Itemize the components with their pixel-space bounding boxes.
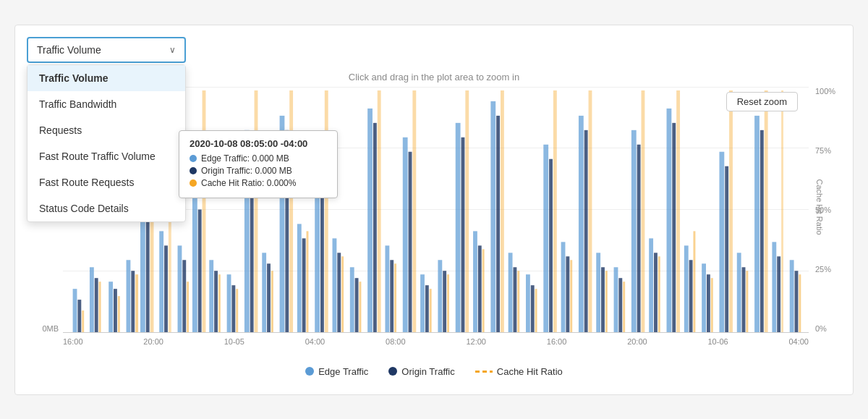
x-axis-tick: 20:00 (627, 337, 647, 346)
svg-rect-68 (465, 90, 469, 331)
x-axis-tick: 10-06 (707, 337, 728, 346)
y-axis-right-tick: 25% (815, 265, 831, 274)
svg-rect-99 (649, 238, 653, 332)
svg-rect-62 (430, 289, 432, 332)
svg-rect-98 (642, 90, 645, 331)
svg-rect-54 (385, 245, 389, 332)
svg-rect-61 (425, 285, 429, 332)
svg-rect-53 (378, 90, 381, 331)
svg-rect-125 (799, 274, 801, 332)
metric-dropdown-wrapper: Traffic Volume ∨ Traffic VolumeTraffic B… (27, 37, 186, 63)
svg-rect-78 (526, 274, 530, 332)
svg-rect-94 (618, 278, 622, 332)
x-axis-tick: 10-05 (224, 337, 244, 346)
svg-rect-122 (781, 90, 783, 331)
x-axis-tick: 16:00 (547, 337, 567, 346)
svg-rect-47 (341, 256, 344, 332)
x-axis-tick: 08:00 (386, 337, 406, 346)
y-axis-right: 100%75%50%25%0% (812, 87, 841, 333)
svg-rect-100 (654, 253, 658, 332)
svg-rect-102 (667, 108, 672, 331)
svg-rect-5 (99, 282, 101, 332)
svg-rect-116 (746, 271, 748, 332)
svg-rect-20 (187, 282, 189, 332)
svg-rect-101 (658, 256, 660, 332)
svg-rect-7 (114, 289, 117, 332)
svg-rect-111 (719, 151, 724, 331)
svg-rect-49 (355, 278, 359, 332)
svg-rect-39 (297, 224, 302, 332)
dropdown-item-traffic-bandwidth[interactable]: Traffic Bandwidth (27, 91, 185, 117)
svg-rect-58 (409, 151, 412, 331)
svg-rect-70 (478, 245, 482, 332)
dropdown-item-fast-route-traffic-volume[interactable]: Fast Route Traffic Volume (27, 143, 185, 169)
svg-rect-109 (707, 274, 710, 332)
svg-rect-6 (109, 282, 113, 332)
svg-rect-63 (438, 260, 442, 332)
svg-rect-26 (218, 274, 221, 332)
svg-rect-123 (790, 260, 794, 332)
dropdown-item-traffic-volume[interactable]: Traffic Volume (27, 65, 185, 91)
x-axis-tick: 04:00 (788, 337, 809, 346)
tooltip-title: 2020-10-08 08:05:00 -04:00 (190, 138, 327, 149)
legend-dot-origin (388, 367, 397, 376)
svg-rect-105 (684, 245, 689, 332)
tooltip-dot-cache (190, 179, 197, 187)
svg-rect-104 (676, 90, 680, 331)
dropdown-item-status-code-details[interactable]: Status Code Details (27, 195, 185, 221)
legend-label-edge: Edge Traffic (318, 366, 368, 377)
svg-rect-124 (795, 271, 799, 332)
y-axis-right-tick: 0% (815, 324, 827, 333)
svg-rect-10 (131, 271, 135, 332)
svg-rect-96 (631, 130, 637, 331)
svg-rect-29 (236, 289, 238, 332)
svg-rect-38 (289, 90, 293, 331)
svg-rect-23 (203, 90, 206, 331)
tooltip-row-origin: Origin Traffic: 0.000 MB (190, 166, 327, 176)
svg-rect-1 (77, 300, 81, 332)
svg-rect-60 (420, 274, 425, 332)
svg-rect-92 (605, 271, 608, 332)
svg-rect-87 (579, 115, 584, 331)
svg-rect-103 (672, 122, 676, 331)
dropdown-menu: Traffic VolumeTraffic BandwidthRequestsF… (27, 64, 186, 222)
x-axis-tick: 20:00 (143, 337, 163, 346)
svg-rect-82 (549, 158, 553, 331)
svg-rect-121 (777, 256, 780, 332)
y-axis-right-tick: 100% (815, 87, 835, 96)
svg-rect-9 (127, 260, 131, 332)
svg-rect-50 (359, 282, 361, 332)
legend-label-origin: Origin Traffic (401, 366, 454, 377)
chart-tooltip: 2020-10-08 08:05:00 -04:00 Edge Traffic:… (179, 130, 338, 198)
svg-rect-86 (570, 260, 572, 332)
svg-rect-27 (227, 274, 231, 332)
svg-rect-91 (601, 267, 605, 332)
tooltip-cache-label: Cache Hit Ratio: 0.000% (201, 178, 296, 188)
svg-rect-69 (473, 231, 477, 332)
svg-rect-44 (325, 90, 328, 331)
svg-rect-55 (390, 260, 393, 332)
svg-rect-59 (412, 90, 416, 331)
svg-rect-79 (531, 285, 535, 332)
metric-dropdown-trigger[interactable]: Traffic Volume ∨ (27, 37, 186, 63)
legend-label-cache: Cache Hit Ratio (497, 366, 563, 377)
svg-rect-65 (447, 274, 449, 332)
svg-rect-93 (614, 267, 618, 332)
legend-item-origin: Origin Traffic (388, 366, 454, 377)
svg-rect-64 (443, 271, 446, 332)
svg-rect-0 (73, 289, 77, 332)
x-axis-tick: 04:00 (305, 337, 326, 346)
dropdown-item-requests[interactable]: Requests (27, 117, 185, 143)
svg-rect-90 (596, 253, 600, 332)
tooltip-dot-origin (190, 167, 197, 174)
tooltip-dot-edge (190, 155, 197, 162)
svg-rect-11 (135, 274, 138, 332)
svg-rect-118 (760, 130, 764, 331)
dropdown-item-fast-route-requests[interactable]: Fast Route Requests (27, 169, 185, 195)
svg-rect-18 (178, 245, 182, 332)
svg-rect-51 (367, 108, 373, 331)
reset-zoom-button[interactable]: Reset zoom (726, 92, 798, 111)
tooltip-edge-label: Edge Traffic: 0.000 MB (201, 153, 289, 164)
svg-rect-28 (231, 285, 235, 332)
svg-rect-89 (589, 90, 592, 331)
